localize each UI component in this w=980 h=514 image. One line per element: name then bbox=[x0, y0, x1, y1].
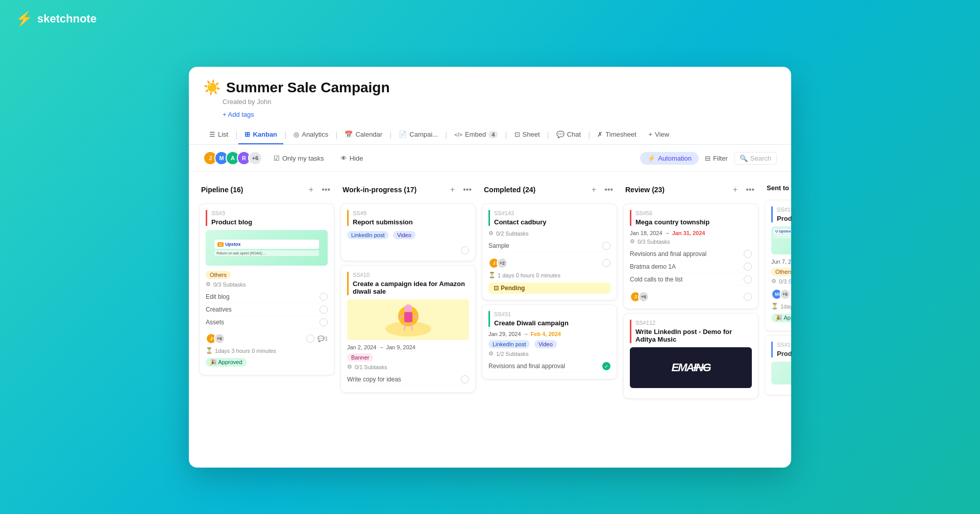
tab-sheet[interactable]: ⊡ Sheet bbox=[508, 125, 546, 144]
card-ss56[interactable]: SS#56 Mega country township Jan 18, 2024… bbox=[623, 203, 758, 309]
card-ss195-id: SS#195 bbox=[777, 342, 791, 348]
kanban-board: Pipeline (16) + ••• SS#3 Product blog U bbox=[189, 172, 791, 468]
card-ss3-comment-count: 💬1 bbox=[317, 336, 328, 342]
eye-icon: 👁 bbox=[340, 155, 347, 162]
chat-icon: 💬 bbox=[556, 131, 565, 138]
column-wip-menu[interactable]: ••• bbox=[461, 184, 474, 195]
timesheet-icon: ✗ bbox=[597, 131, 603, 138]
task-revisions-final: Revisions and final approval bbox=[630, 248, 752, 261]
card-ss10[interactable]: SS#10 Create a campaign idea for Amazon … bbox=[340, 265, 476, 393]
task-write-copy-checkbox[interactable] bbox=[461, 375, 469, 383]
column-pipeline-menu[interactable]: ••• bbox=[320, 184, 332, 195]
column-completed-menu[interactable]: ••• bbox=[602, 184, 615, 195]
tab-add-view[interactable]: + View bbox=[643, 125, 676, 144]
app-name: sketchnote bbox=[37, 12, 96, 25]
automation-button[interactable]: ⚡ Automation bbox=[640, 152, 699, 165]
card-ss3-checkbox[interactable] bbox=[306, 335, 314, 343]
search-icon: 🔍 bbox=[740, 155, 748, 162]
column-review-header: Review (23) + ••• bbox=[623, 180, 758, 199]
search-box[interactable]: 🔍 Search bbox=[734, 152, 777, 165]
task-sample: Sample bbox=[488, 240, 610, 252]
lightning-icon: ⚡ bbox=[647, 155, 655, 162]
tab-kanban[interactable]: ⊞ Kanban bbox=[238, 125, 283, 144]
tab-list[interactable]: ☰ List bbox=[203, 125, 234, 144]
task-checkbox-1[interactable] bbox=[744, 250, 752, 258]
column-completed-title: Completed (24) bbox=[484, 186, 535, 194]
column-pipeline-add[interactable]: + bbox=[307, 184, 315, 195]
card-ss188[interactable]: SS#188 Product blog U Upstox Jun 7, 2024… bbox=[765, 200, 791, 331]
kanban-icon: ⊞ bbox=[244, 131, 250, 138]
card-ss10-id: SS#10 bbox=[353, 272, 469, 278]
project-emoji: ☀️ bbox=[203, 79, 221, 96]
card-ss31[interactable]: SS#31 Create Diwali campaign Jan 29, 202… bbox=[482, 304, 617, 379]
column-wip: Work-in-progress (17) + ••• SS#9 Report … bbox=[340, 180, 476, 397]
task-checkbox-2[interactable] bbox=[744, 263, 752, 271]
svg-point-3 bbox=[404, 304, 412, 313]
project-title: Summer Sale Campaign bbox=[226, 80, 390, 96]
column-sent: Sent to clien... SS#188 Product blog U U… bbox=[765, 180, 791, 399]
filter-button[interactable]: ⊟ Filter bbox=[705, 155, 728, 162]
column-pipeline: Pipeline (16) + ••• SS#3 Product blog U bbox=[199, 180, 334, 379]
task-creatives: Creatives bbox=[206, 303, 328, 316]
card-ss143-checkbox[interactable] bbox=[602, 259, 610, 267]
card-ss3[interactable]: SS#3 Product blog U Upstox Return on ads… bbox=[199, 203, 334, 375]
card-ss195-image: U Upstox bbox=[771, 362, 791, 384]
task-edit-blog-checkbox[interactable] bbox=[320, 293, 328, 301]
column-wip-add[interactable]: + bbox=[448, 184, 457, 195]
task-write-copy: Write copy for ideas bbox=[347, 373, 469, 386]
tab-analytics[interactable]: ◎ Analytics bbox=[287, 125, 334, 144]
tab-campaign[interactable]: 📄 Campai... bbox=[393, 125, 444, 144]
card-ss31-title: Create Diwali campaign bbox=[494, 319, 610, 327]
card-ss143-status: ⊡Pending bbox=[488, 282, 610, 294]
card-ss3-subtasks: ⚙ 0/3 Subtasks bbox=[206, 281, 328, 288]
team-avatars[interactable]: J M A R +6 bbox=[203, 151, 262, 165]
column-completed-add[interactable]: + bbox=[590, 184, 598, 195]
card-ss188-time: ⏳1days 3 ho... bbox=[771, 303, 791, 310]
card-ss10-subtasks: ⚙0/1 Subtasks bbox=[347, 364, 469, 370]
card-avatar-count: +6 bbox=[214, 333, 225, 344]
task-creatives-checkbox[interactable] bbox=[320, 305, 328, 314]
card-ss188-subtasks: ⚙0/3 Subtas... bbox=[771, 278, 791, 285]
card-ss143-title: Contact cadbury bbox=[494, 218, 610, 226]
tab-chat[interactable]: 💬 Chat bbox=[550, 125, 587, 144]
task-sample-checkbox[interactable] bbox=[602, 242, 610, 250]
project-title-row: ☀️ Summer Sale Campaign bbox=[203, 79, 777, 96]
task-assets: Assets bbox=[206, 316, 328, 329]
add-tags-button[interactable]: + Add tags bbox=[223, 111, 777, 118]
card-ss188-title: Product blog bbox=[777, 215, 791, 222]
task-revisions-checkbox[interactable]: ✓ bbox=[602, 362, 610, 370]
card-ss143-subtasks: ⚙0/2 Subtasks bbox=[488, 230, 610, 237]
card-ss56-checkbox[interactable] bbox=[744, 293, 752, 301]
svg-rect-4 bbox=[404, 312, 412, 322]
task-assets-checkbox[interactable] bbox=[320, 318, 328, 326]
card-ss143[interactable]: SS#143 Contact cadbury ⚙0/2 Subtasks Sam… bbox=[482, 203, 617, 300]
card-ss3-time: ⏳ 1days 3 hours 0 minutes bbox=[206, 347, 328, 354]
card-ss9[interactable]: SS#9 Report submission LinkedIn post Vid… bbox=[340, 203, 476, 261]
tab-embed[interactable]: </> Embed 4 bbox=[448, 125, 504, 144]
task-edit-blog: Edit blog bbox=[206, 291, 328, 303]
card-ss3-title: Product blog bbox=[211, 218, 328, 226]
hide-button[interactable]: 👁 Hide bbox=[335, 152, 369, 165]
column-review-menu[interactable]: ••• bbox=[744, 184, 756, 195]
card-ss112[interactable]: SS#112 Write LinkedIn post - Demo for Ad… bbox=[623, 313, 758, 399]
app-header: ⚡ sketchnote bbox=[15, 10, 96, 27]
card-ss188-image: U Upstox bbox=[771, 226, 791, 254]
card-ss56-subtasks: ⚙0/3 Subtasks bbox=[630, 238, 752, 245]
nav-tabs: ☰ List | ⊞ Kanban | ◎ Analytics | 📅 Cale… bbox=[189, 125, 791, 145]
task-revisions: Revisions and final approval ✓ bbox=[488, 360, 610, 373]
column-wip-header: Work-in-progress (17) + ••• bbox=[340, 180, 476, 199]
only-my-tasks-button[interactable]: ☑ Only my tasks bbox=[268, 152, 329, 165]
tab-calendar[interactable]: 📅 Calendar bbox=[338, 125, 388, 144]
tab-timesheet[interactable]: ✗ Timesheet bbox=[591, 125, 642, 144]
tag-linkedin: LinkedIn post bbox=[347, 231, 388, 239]
card-ss9-checkbox[interactable] bbox=[461, 246, 469, 254]
card-ss195[interactable]: SS#195 Product blog U Upstox bbox=[765, 335, 791, 395]
add-view-icon: + bbox=[649, 131, 653, 138]
card-ss112-id: SS#112 bbox=[635, 320, 752, 326]
task-bratma: Bratma demo 1A bbox=[630, 261, 752, 273]
column-review-add[interactable]: + bbox=[731, 184, 740, 195]
card-ss9-id: SS#9 bbox=[353, 210, 469, 216]
list-icon: ☰ bbox=[209, 131, 215, 138]
task-checkbox-3[interactable] bbox=[744, 275, 752, 284]
card-ss31-dates: Jan 29, 2024→Feb 4, 2024 bbox=[488, 331, 610, 337]
